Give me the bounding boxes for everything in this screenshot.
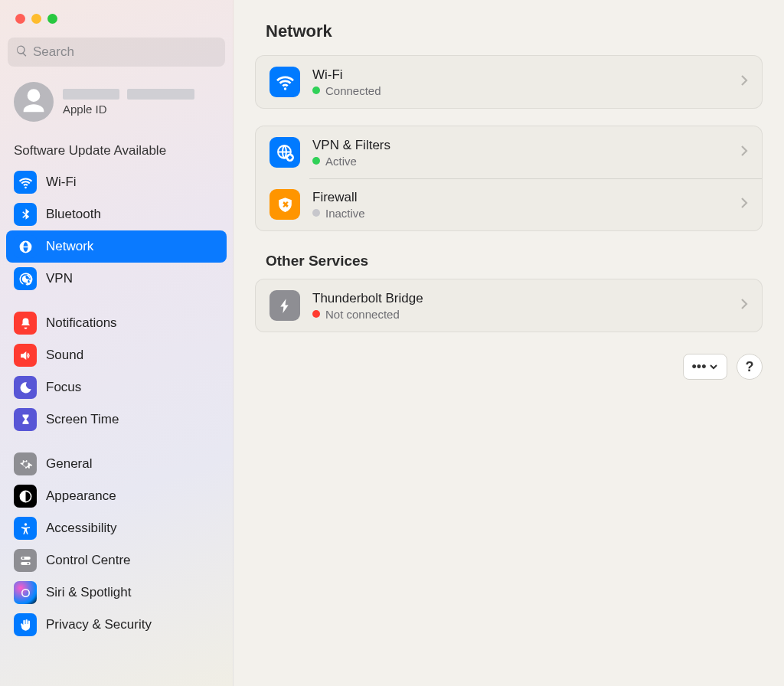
bluetooth-icon	[14, 203, 37, 226]
sidebar-item-label: Wi-Fi	[46, 175, 77, 190]
row-vpn-filters[interactable]: VPN & Filters Active	[256, 126, 762, 178]
sidebar-item-network[interactable]: Network	[6, 230, 227, 263]
vpn-icon	[14, 267, 37, 290]
sound-icon	[14, 344, 37, 367]
row-status: Inactive	[325, 207, 365, 220]
page-title: Network	[234, 0, 784, 55]
svg-point-7	[21, 589, 29, 596]
sidebar-item-wifi[interactable]: Wi-Fi	[6, 166, 227, 198]
vpn-filters-icon	[270, 137, 300, 168]
search-field[interactable]	[8, 38, 225, 67]
globe-icon	[14, 235, 37, 258]
status-dot	[312, 157, 320, 165]
sidebar-item-label: Siri & Spotlight	[46, 585, 132, 600]
sidebar-item-label: General	[46, 456, 92, 472]
sidebar-item-bluetooth[interactable]: Bluetooth	[6, 198, 227, 230]
zoom-window-button[interactable]	[47, 14, 57, 24]
avatar	[14, 82, 54, 122]
update-notice[interactable]: Software Update Available	[0, 129, 233, 163]
sidebar-item-label: VPN	[46, 271, 73, 286]
row-status: Not connected	[325, 308, 400, 321]
sidebar-item-label: Notifications	[46, 315, 117, 331]
row-title: Wi-Fi	[312, 67, 728, 83]
sidebar-item-notifications[interactable]: Notifications	[6, 307, 227, 339]
sidebar-item-siri-spotlight[interactable]: Siri & Spotlight	[6, 577, 227, 609]
chevron-right-icon	[740, 145, 748, 160]
chevron-down-icon	[709, 362, 718, 371]
sidebar-item-label: Sound	[46, 348, 83, 363]
other-services-heading: Other Services	[234, 248, 784, 279]
sidebar-item-vpn[interactable]: VPN	[6, 263, 227, 295]
network-services-group: Wi-Fi Connected	[255, 55, 763, 109]
help-icon: ?	[746, 359, 754, 375]
sidebar-item-screen-time[interactable]: Screen Time	[6, 403, 227, 436]
help-button[interactable]: ?	[737, 354, 763, 380]
bell-icon	[14, 312, 37, 335]
footer-controls: ••• ?	[234, 349, 784, 380]
row-thunderbolt-bridge[interactable]: Thunderbolt Bridge Not connected	[256, 279, 762, 332]
row-status: Connected	[325, 84, 381, 97]
thunderbolt-icon	[270, 290, 300, 321]
sidebar-item-label: Privacy & Security	[46, 617, 152, 632]
hand-icon	[14, 613, 37, 636]
row-wifi[interactable]: Wi-Fi Connected	[256, 56, 762, 108]
row-title: VPN & Filters	[312, 138, 728, 153]
account-text: Apple ID	[63, 89, 194, 116]
sidebar-item-general[interactable]: General	[6, 448, 227, 480]
other-services-group: Thunderbolt Bridge Not connected	[255, 279, 763, 332]
sidebar: Apple ID Software Update Available Wi-Fi…	[0, 0, 234, 686]
sidebar-item-label: Focus	[46, 380, 81, 395]
sidebar-item-focus[interactable]: Focus	[6, 371, 227, 403]
sidebar-item-sound[interactable]: Sound	[6, 339, 227, 371]
network-extra-group: VPN & Filters Active Firewall Inactive	[255, 126, 763, 231]
svg-point-5	[21, 557, 24, 559]
window-controls	[0, 0, 233, 24]
account-name-redacted	[63, 89, 119, 100]
svg-point-6	[27, 562, 29, 564]
firewall-icon	[270, 189, 300, 220]
chevron-right-icon	[740, 74, 748, 90]
sidebar-item-label: Accessibility	[46, 521, 117, 536]
sidebar-item-control-centre[interactable]: Control Centre	[6, 544, 227, 577]
wifi-icon	[14, 171, 37, 194]
gear-icon	[14, 452, 37, 475]
sidebar-item-appearance[interactable]: Appearance	[6, 480, 227, 512]
sidebar-item-label: Bluetooth	[46, 207, 101, 222]
chevron-right-icon	[740, 298, 748, 313]
sidebar-nav: Wi-Fi Bluetooth Network VPN Notif	[0, 163, 233, 644]
minimize-window-button[interactable]	[31, 14, 41, 24]
chevron-right-icon	[740, 197, 748, 212]
status-dot	[312, 310, 320, 318]
sidebar-item-label: Control Centre	[46, 553, 131, 568]
status-dot	[312, 209, 320, 217]
accessibility-icon	[14, 517, 37, 540]
wifi-icon	[270, 67, 300, 97]
status-dot	[312, 87, 320, 94]
row-status: Active	[325, 155, 357, 168]
more-menu-button[interactable]: •••	[683, 354, 727, 380]
search-icon	[15, 44, 28, 60]
account-row[interactable]: Apple ID	[0, 76, 233, 129]
moon-icon	[14, 376, 37, 399]
row-firewall[interactable]: Firewall Inactive	[256, 178, 762, 230]
sidebar-item-accessibility[interactable]: Accessibility	[6, 512, 227, 544]
account-subtitle: Apple ID	[63, 103, 194, 116]
control-centre-icon	[14, 549, 37, 572]
main-pane: Network Wi-Fi Connected VPN & Filters	[234, 0, 784, 686]
sidebar-item-privacy-security[interactable]: Privacy & Security	[6, 609, 227, 641]
svg-point-2	[24, 523, 26, 525]
appearance-icon	[14, 485, 37, 508]
search-input[interactable]	[33, 44, 217, 60]
account-name-redacted	[127, 89, 194, 100]
sidebar-item-label: Screen Time	[46, 412, 119, 427]
hourglass-icon	[14, 408, 37, 431]
row-title: Thunderbolt Bridge	[312, 291, 728, 306]
siri-icon	[14, 581, 37, 604]
close-window-button[interactable]	[15, 14, 25, 24]
sidebar-item-label: Appearance	[46, 488, 116, 504]
ellipsis-icon: •••	[692, 359, 707, 375]
row-title: Firewall	[312, 190, 728, 205]
sidebar-item-label: Network	[46, 239, 93, 254]
